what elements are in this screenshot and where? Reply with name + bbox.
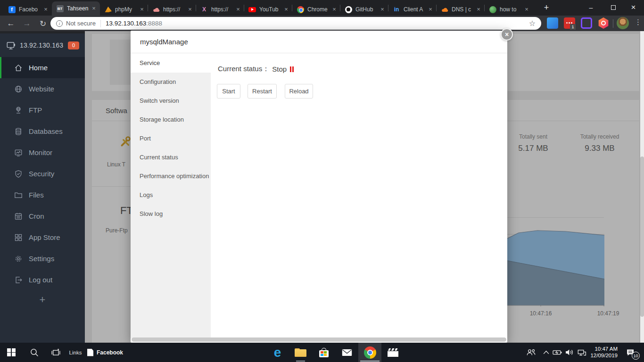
window-close-button[interactable]: × <box>623 0 644 15</box>
page-icon <box>87 349 93 356</box>
tab-label: how to <box>500 6 523 13</box>
notification-count-badge: 10 <box>632 352 640 360</box>
tab-https-x[interactable]: X https:// × <box>196 3 244 16</box>
tab-facebook[interactable]: f Facebo × <box>4 3 52 16</box>
taskbar-movies-button[interactable] <box>381 343 405 362</box>
tab-close-icon[interactable]: × <box>91 5 97 12</box>
sidebar-item-label: Files <box>29 191 44 199</box>
tray-expand-button[interactable] <box>540 343 552 362</box>
tab-chrome-store[interactable]: Chrome × <box>292 3 340 16</box>
sidebar-item-settings[interactable]: Settings <box>0 248 85 269</box>
tab-close-icon[interactable]: × <box>283 6 289 13</box>
dialog-menu-slow-log[interactable]: Slow log <box>131 205 211 223</box>
tab-close-icon[interactable]: × <box>331 6 338 13</box>
extension-icon-4[interactable] <box>598 17 609 29</box>
address-separator <box>100 20 101 27</box>
sidebar-item-security[interactable]: Security <box>0 163 85 184</box>
message-count-badge[interactable]: 0 <box>68 41 79 49</box>
mail-icon <box>342 349 352 356</box>
tab-https-cloud[interactable]: https:// × <box>148 3 196 16</box>
taskbar-chrome-button[interactable] <box>358 343 381 362</box>
server-monitor-icon <box>6 41 16 50</box>
start-menu-button[interactable] <box>0 343 23 362</box>
dialog-menu-port[interactable]: Port <box>131 129 211 148</box>
taskbar-clock[interactable]: 10:47 AM 12/09/2019 <box>588 346 618 359</box>
server-info: 13.92.130.163 0 <box>0 33 85 57</box>
green-site-icon <box>489 6 496 13</box>
start-button[interactable]: Start <box>217 84 240 99</box>
sidebar-add-button[interactable]: + <box>0 290 85 309</box>
taskbar-file-explorer-button[interactable] <box>289 343 312 362</box>
tray-volume-button[interactable] <box>563 343 576 362</box>
sidebar-item-files[interactable]: Files <box>0 184 85 206</box>
tab-close-icon[interactable]: × <box>523 6 530 13</box>
extension-icon-3[interactable] <box>581 17 592 29</box>
info-icon[interactable]: i <box>56 20 63 27</box>
page-scrollbar-thumb[interactable] <box>640 156 644 317</box>
tab-close-icon[interactable]: × <box>475 6 482 13</box>
chrome-icon <box>364 346 376 359</box>
bookmark-star-icon[interactable]: ☆ <box>529 19 536 28</box>
tab-close-icon[interactable]: × <box>379 6 386 13</box>
folder-icon <box>14 191 23 199</box>
tab-youtube[interactable]: YouTub × <box>244 3 292 16</box>
tab-close-icon[interactable]: × <box>42 6 49 13</box>
tab-close-icon[interactable]: × <box>139 6 145 13</box>
sidebar-item-home[interactable]: Home <box>0 57 85 78</box>
back-button[interactable]: ← <box>4 16 18 31</box>
tab-label: Facebo <box>19 6 42 13</box>
dialog-close-button[interactable]: × <box>501 28 513 41</box>
extension-icon-2[interactable]: 1 <box>564 17 575 29</box>
tab-howto[interactable]: how to × <box>485 3 533 16</box>
dialog-horizontal-scrollbar[interactable] <box>132 337 506 342</box>
sidebar-item-app-store[interactable]: App Store <box>0 227 85 248</box>
tab-linkedin[interactable]: in Client A × <box>388 3 437 16</box>
address-bar[interactable]: i Not secure 13.92.130.163 :8888 ☆ <box>50 17 541 30</box>
facebook-shortcut[interactable]: Facebook <box>85 343 127 362</box>
tray-network-button[interactable] <box>575 343 588 362</box>
tab-phpmyadmin[interactable]: phpMy × <box>100 3 148 16</box>
taskbar-edge-button[interactable]: e <box>266 343 289 362</box>
sidebar-item-label: Security <box>29 170 54 178</box>
tab-cloudflare[interactable]: DNS | c × <box>437 3 485 16</box>
tray-battery-button[interactable] <box>551 343 564 362</box>
dialog-menu-switch-version[interactable]: Switch version <box>131 91 211 110</box>
dialog-menu-configuration[interactable]: Configuration <box>131 73 211 91</box>
tab-bt-panel[interactable]: BT Tahseen × <box>52 1 100 16</box>
sidebar-item-cron[interactable]: Cron <box>0 206 85 227</box>
taskbar-search-button[interactable] <box>25 343 43 362</box>
sidebar-item-databases[interactable]: Databases <box>0 121 85 142</box>
browser-menu-icon[interactable]: ⋮ <box>635 18 642 26</box>
dialog-menu-service[interactable]: Service <box>131 54 211 73</box>
dialog-menu-logs[interactable]: Logs <box>131 186 211 205</box>
sidebar-item-monitor[interactable]: Monitor <box>0 142 85 163</box>
restart-button[interactable]: Restart <box>248 84 277 99</box>
dialog-menu-performance-optimization[interactable]: Performance optimization <box>131 167 211 186</box>
tab-separator <box>148 5 148 11</box>
extension-icon-1[interactable] <box>547 17 558 29</box>
tray-people-button[interactable] <box>522 343 539 362</box>
forward-button[interactable]: → <box>20 16 34 31</box>
dialog-menu-storage-location[interactable]: Storage location <box>131 110 211 129</box>
sidebar-item-log-out[interactable]: Log out <box>0 269 85 290</box>
reload-button[interactable]: Reload <box>285 84 313 99</box>
open-app-indicator <box>296 361 305 362</box>
ring-glyph <box>601 21 606 25</box>
task-view-button[interactable] <box>46 343 65 362</box>
sidebar-item-ftp[interactable]: FTP <box>0 99 85 121</box>
home-icon <box>14 64 23 72</box>
new-tab-button[interactable]: + <box>538 0 554 15</box>
refresh-button[interactable]: ↻ <box>36 16 50 31</box>
tab-github[interactable]: GitHub × <box>340 3 388 16</box>
window-minimize-button[interactable]: – <box>580 0 602 15</box>
sidebar-item-website[interactable]: Website <box>0 78 85 99</box>
tab-close-icon[interactable]: × <box>427 6 434 13</box>
links-toolbar[interactable]: Links <box>66 343 85 362</box>
profile-avatar[interactable] <box>617 17 629 29</box>
tab-close-icon[interactable]: × <box>235 6 241 13</box>
taskbar-store-button[interactable] <box>312 343 335 362</box>
dialog-menu-current-status[interactable]: Current status <box>131 148 211 167</box>
tab-close-icon[interactable]: × <box>187 6 193 13</box>
window-maximize-button[interactable] <box>603 0 624 15</box>
taskbar-mail-button[interactable] <box>335 343 358 362</box>
